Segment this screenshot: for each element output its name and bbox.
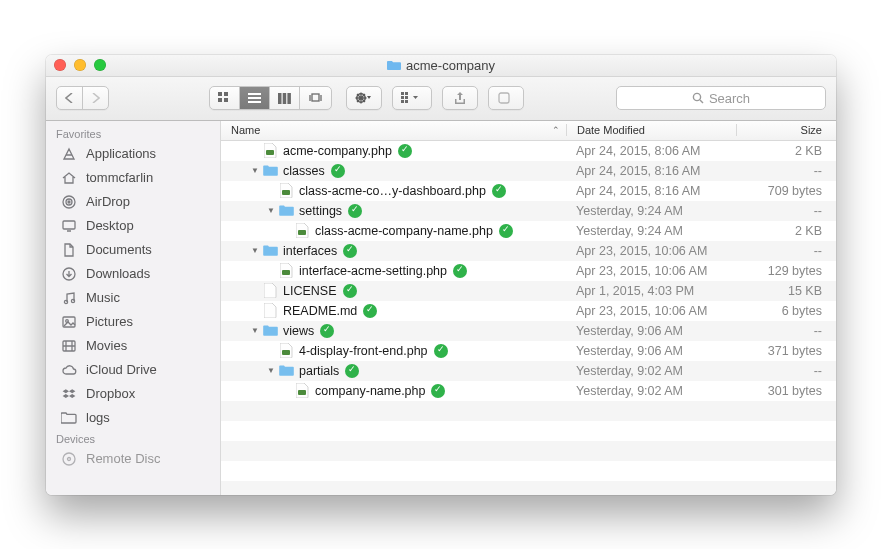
window-title-text: acme-company xyxy=(406,58,495,73)
svg-rect-19 xyxy=(499,93,509,103)
svg-rect-35 xyxy=(298,230,306,235)
view-switcher xyxy=(209,86,332,110)
sync-status-icon xyxy=(320,324,334,338)
table-row[interactable]: 4-display-front-end.phpYesterday, 9:06 A… xyxy=(221,341,836,361)
sidebar-item-applications[interactable]: Applications xyxy=(46,142,220,166)
sync-status-icon xyxy=(343,244,357,258)
disc-icon xyxy=(60,450,78,468)
sidebar-item-remote-disc[interactable]: Remote Disc xyxy=(46,447,220,471)
file-date: Yesterday, 9:02 AM xyxy=(566,384,736,398)
zoom-button[interactable] xyxy=(94,59,106,71)
sidebar-item-dropbox[interactable]: Dropbox xyxy=(46,382,220,406)
back-button[interactable] xyxy=(57,87,83,109)
close-button[interactable] xyxy=(54,59,66,71)
sidebar-item-label: Dropbox xyxy=(86,386,135,401)
down-icon xyxy=(60,265,78,283)
column-size[interactable]: Size xyxy=(736,124,836,136)
disclosure-icon[interactable]: ▼ xyxy=(251,166,259,175)
file-size: -- xyxy=(736,324,836,338)
svg-rect-15 xyxy=(401,96,404,99)
minimize-button[interactable] xyxy=(74,59,86,71)
table-row[interactable]: company-name.phpYesterday, 9:02 AM301 by… xyxy=(221,381,836,401)
disclosure-icon[interactable]: ▼ xyxy=(267,206,275,215)
file-name: class-acme-co…y-dashboard.php xyxy=(299,184,486,198)
table-row[interactable]: class-acme-co…y-dashboard.phpApr 24, 201… xyxy=(221,181,836,201)
blank-icon xyxy=(262,303,278,319)
column-headers: Name ⌃ Date Modified Size xyxy=(221,121,836,141)
view-columns[interactable] xyxy=(270,87,300,109)
table-row[interactable]: interface-acme-setting.phpApr 23, 2015, … xyxy=(221,261,836,281)
file-date: Apr 24, 2015, 8:06 AM xyxy=(566,144,736,158)
sidebar-item-airdrop[interactable]: AirDrop xyxy=(46,190,220,214)
sidebar-item-label: Applications xyxy=(86,146,156,161)
php-icon xyxy=(278,343,294,359)
svg-rect-4 xyxy=(248,93,261,95)
sync-status-icon xyxy=(348,204,362,218)
sync-status-icon xyxy=(453,264,467,278)
sidebar: FavoritesApplicationstommcfarlinAirDropD… xyxy=(46,121,221,495)
sidebar-item-label: Music xyxy=(86,290,120,305)
finder-window: acme-company xyxy=(46,55,836,495)
svg-rect-24 xyxy=(63,221,75,229)
movie-icon xyxy=(60,337,78,355)
group-menu[interactable] xyxy=(393,87,431,109)
sidebar-item-label: AirDrop xyxy=(86,194,130,209)
sync-status-icon xyxy=(331,164,345,178)
disclosure-icon[interactable]: ▼ xyxy=(251,326,259,335)
music-icon xyxy=(60,289,78,307)
svg-rect-17 xyxy=(401,100,404,103)
sidebar-item-icloud-drive[interactable]: iCloud Drive xyxy=(46,358,220,382)
folder-icon xyxy=(60,409,78,427)
file-date: Yesterday, 9:06 AM xyxy=(566,344,736,358)
sidebar-item-music[interactable]: Music xyxy=(46,286,220,310)
tags-button[interactable] xyxy=(488,86,524,110)
table-row[interactable]: class-acme-company-name.phpYesterday, 9:… xyxy=(221,221,836,241)
share-button[interactable] xyxy=(442,86,478,110)
sidebar-item-documents[interactable]: Documents xyxy=(46,238,220,262)
file-listing: Name ⌃ Date Modified Size acme-company.p… xyxy=(221,121,836,495)
view-icon-grid[interactable] xyxy=(210,87,240,109)
sync-status-icon xyxy=(343,284,357,298)
empty-row xyxy=(221,421,836,441)
table-row[interactable]: README.mdApr 23, 2015, 10:06 AM6 bytes xyxy=(221,301,836,321)
table-row[interactable]: ▼partialsYesterday, 9:02 AM-- xyxy=(221,361,836,381)
sync-status-icon xyxy=(434,344,448,358)
svg-rect-33 xyxy=(266,150,274,155)
file-size: 371 bytes xyxy=(736,344,836,358)
column-date[interactable]: Date Modified xyxy=(566,124,736,136)
table-row[interactable]: ▼settingsYesterday, 9:24 AM-- xyxy=(221,201,836,221)
file-name: acme-company.php xyxy=(283,144,392,158)
sidebar-item-downloads[interactable]: Downloads xyxy=(46,262,220,286)
table-row[interactable]: ▼classesApr 24, 2015, 8:16 AM-- xyxy=(221,161,836,181)
forward-button[interactable] xyxy=(83,87,108,109)
file-size: 2 KB xyxy=(736,224,836,238)
empty-row xyxy=(221,441,836,461)
sidebar-item-movies[interactable]: Movies xyxy=(46,334,220,358)
table-row[interactable]: ▼viewsYesterday, 9:06 AM-- xyxy=(221,321,836,341)
sync-status-icon xyxy=(492,184,506,198)
search-field[interactable]: Search xyxy=(616,86,826,110)
php-icon xyxy=(294,223,310,239)
file-date: Yesterday, 9:24 AM xyxy=(566,224,736,238)
file-size: 15 KB xyxy=(736,284,836,298)
table-row[interactable]: ▼interfacesApr 23, 2015, 10:06 AM-- xyxy=(221,241,836,261)
sidebar-item-pictures[interactable]: Pictures xyxy=(46,310,220,334)
sidebar-item-desktop[interactable]: Desktop xyxy=(46,214,220,238)
view-coverflow[interactable] xyxy=(300,87,331,109)
file-size: -- xyxy=(736,244,836,258)
sidebar-item-tommcfarlin[interactable]: tommcfarlin xyxy=(46,166,220,190)
column-name[interactable]: Name ⌃ xyxy=(221,124,566,136)
action-menu[interactable] xyxy=(347,87,381,109)
sidebar-section-label: Favorites xyxy=(46,125,220,142)
file-name: settings xyxy=(299,204,342,218)
sidebar-item-logs[interactable]: logs xyxy=(46,406,220,430)
disclosure-icon[interactable]: ▼ xyxy=(251,246,259,255)
rows: acme-company.phpApr 24, 2015, 8:06 AM2 K… xyxy=(221,141,836,495)
file-size: 6 bytes xyxy=(736,304,836,318)
view-list[interactable] xyxy=(240,87,270,109)
disclosure-icon[interactable]: ▼ xyxy=(267,366,275,375)
cloud-icon xyxy=(60,361,78,379)
file-size: -- xyxy=(736,364,836,378)
table-row[interactable]: acme-company.phpApr 24, 2015, 8:06 AM2 K… xyxy=(221,141,836,161)
table-row[interactable]: LICENSEApr 1, 2015, 4:03 PM15 KB xyxy=(221,281,836,301)
